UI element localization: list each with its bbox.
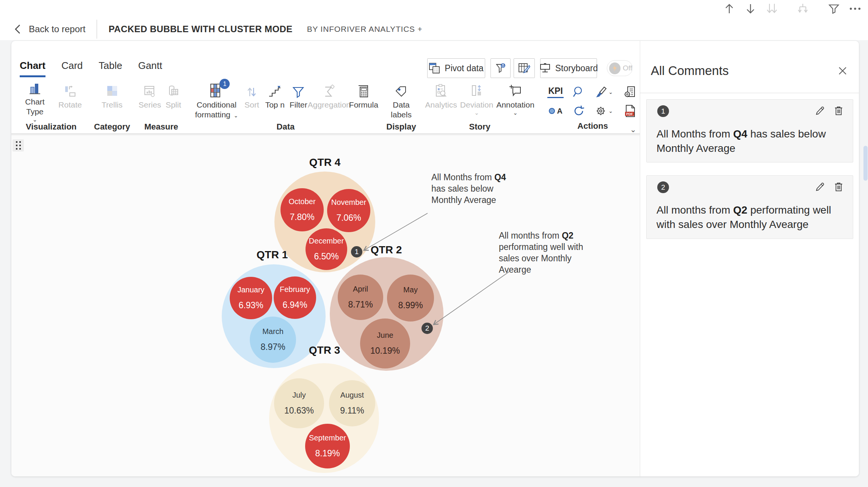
back-icon[interactable] <box>13 23 23 35</box>
qtr2-label: QTR 2 <box>371 244 402 256</box>
data-labels-button[interactable]: Data labels <box>386 80 416 121</box>
filter-lock-button[interactable] <box>490 58 511 78</box>
tab-table[interactable]: Table <box>99 60 122 77</box>
top-n-button[interactable]: Top n <box>263 80 287 121</box>
bubble-january[interactable]: January6.93% <box>230 277 272 319</box>
kpi-button[interactable]: KPI <box>547 86 563 98</box>
edit-pencil-icon[interactable] <box>815 182 825 192</box>
group-visualization: Chart Type ⌄ Rotate Visualization <box>16 80 86 133</box>
sort-button: Sort <box>241 80 263 121</box>
formula-button[interactable]: Formula <box>348 80 379 121</box>
qtr3-label: QTR 3 <box>309 344 340 356</box>
drill-toolbar <box>723 2 861 15</box>
drill-up-icon[interactable] <box>723 2 735 15</box>
series-button: Series <box>138 80 162 121</box>
storyboard-button[interactable]: Storyboard <box>540 58 597 78</box>
bubble-july[interactable]: July10.63% <box>274 378 324 428</box>
settings-doc-icon[interactable] <box>623 85 637 99</box>
qtr4-label: QTR 4 <box>309 156 340 169</box>
group-label-category: Category <box>94 122 130 132</box>
bubble-august[interactable]: August9.11% <box>329 380 375 426</box>
top-n-icon <box>268 82 282 98</box>
bubble-december[interactable]: December6.50% <box>306 228 347 270</box>
collapse-ribbon-icon[interactable]: ⌄ <box>630 125 636 134</box>
annotation-marker-1[interactable]: 1 <box>351 246 362 258</box>
group-data: 1 Conditional formatting ⌄ Sort <box>192 80 379 133</box>
delete-trash-icon[interactable] <box>834 182 844 192</box>
annotation-text-1[interactable]: All Months from Q4 has sales below Month… <box>431 172 522 206</box>
annotation-button[interactable]: Annotation ⌄ <box>495 80 536 121</box>
conditional-formatting-button[interactable]: 1 Conditional formatting ⌄ <box>192 80 241 121</box>
formula-icon <box>356 82 371 98</box>
deviation-icon <box>470 82 484 98</box>
group-story: Analytics Deviation ⌄ Annotation <box>424 80 536 133</box>
export-pdf-icon[interactable]: PDF <box>624 104 636 118</box>
expand-all-down-icon[interactable] <box>766 2 778 15</box>
split-button: Split <box>162 80 185 121</box>
bubble-may[interactable]: May8.99% <box>387 275 434 322</box>
zoom-search-icon[interactable] <box>572 86 585 98</box>
aggregation-icon <box>322 82 336 98</box>
more-options-icon[interactable] <box>849 2 861 15</box>
bubble-september[interactable]: September8.19% <box>305 424 350 468</box>
close-icon[interactable] <box>837 65 848 76</box>
bubble-october[interactable]: October7.80% <box>280 188 324 231</box>
annotation-text-2[interactable]: All months from Q2 performating well wit… <box>499 230 594 275</box>
tab-chart[interactable]: Chart <box>20 60 45 77</box>
group-label-measure: Measure <box>138 122 185 132</box>
edit-table-button[interactable] <box>514 58 535 78</box>
back-to-report-link[interactable]: Back to report <box>29 24 85 34</box>
comment-text: All Months from Q4 has sales below Month… <box>656 127 844 156</box>
comment-number-badge: 1 <box>657 105 669 117</box>
rotate-button: Rotate <box>54 80 86 121</box>
pivot-data-label: Pivot data <box>445 63 483 73</box>
page-scrollbar[interactable] <box>863 146 868 181</box>
bubble-march[interactable]: March8.97% <box>250 317 296 363</box>
group-label-actions: Actions <box>544 121 642 131</box>
expand-next-level-icon[interactable] <box>797 2 809 15</box>
sort-icon <box>246 82 258 98</box>
group-label-data: Data <box>192 122 379 132</box>
annotation-marker-2[interactable]: 2 <box>421 323 433 334</box>
bubble-november[interactable]: November7.06% <box>327 189 370 232</box>
drag-handle-icon[interactable] <box>13 139 24 151</box>
report-title: PACKED BUBBLE WITH CLUSTER MODE <box>108 24 292 34</box>
mode-tabs: Chart Card Table Gantt <box>20 60 162 77</box>
storyboard-icon <box>539 62 551 74</box>
bubble-february[interactable]: February6.94% <box>274 276 316 319</box>
filter-icon[interactable] <box>828 2 840 15</box>
label-style-button[interactable]: A <box>548 107 562 116</box>
chart-type-button[interactable]: Chart Type ⌄ <box>16 80 54 121</box>
qtr1-label: QTR 1 <box>257 249 288 261</box>
settings-gear-button[interactable]: ⌄ <box>594 105 613 117</box>
pivot-icon <box>429 62 440 74</box>
bubble-april[interactable]: April8.71% <box>338 275 383 320</box>
report-byline[interactable]: BY INFORIVER ANALYTICS + <box>307 25 423 34</box>
reset-refresh-icon[interactable] <box>572 105 585 117</box>
bubble-june[interactable]: June10.19% <box>360 318 410 368</box>
comment-card[interactable]: 2 All months from Q2 performating well w… <box>646 175 853 239</box>
filter-data-button[interactable]: Filter <box>287 80 310 121</box>
analytics-button: Analytics <box>424 80 459 121</box>
live-toggle[interactable]: Off <box>607 60 633 76</box>
top-action-buttons: Pivot data <box>427 58 633 78</box>
group-actions: KPI ⌄ A <box>544 80 642 133</box>
edit-pencil-icon[interactable] <box>815 106 825 116</box>
comment-card[interactable]: 1 All Months from Q4 has sales below Mon… <box>646 99 853 162</box>
split-icon <box>166 82 180 98</box>
analytics-icon <box>434 82 448 98</box>
highlight-brush-button[interactable]: ⌄ <box>594 86 613 98</box>
drill-down-icon[interactable] <box>744 2 757 15</box>
chevron-down-icon[interactable]: ⌄ <box>513 110 518 116</box>
tab-gantt[interactable]: Gantt <box>138 60 162 77</box>
svg-text:PDF: PDF <box>626 112 633 116</box>
storyboard-label: Storyboard <box>555 63 598 73</box>
data-labels-icon <box>394 82 408 98</box>
group-display: Data labels Display <box>386 80 416 133</box>
delete-trash-icon[interactable] <box>834 106 844 116</box>
pivot-data-button[interactable]: Pivot data <box>427 58 485 78</box>
chevron-down-icon[interactable]: ⌄ <box>33 117 38 122</box>
app-window: Back to report PACKED BUBBLE WITH CLUSTE… <box>0 0 868 487</box>
tab-card[interactable]: Card <box>61 60 83 77</box>
comment-text: All months from Q2 performating well wit… <box>656 203 844 232</box>
